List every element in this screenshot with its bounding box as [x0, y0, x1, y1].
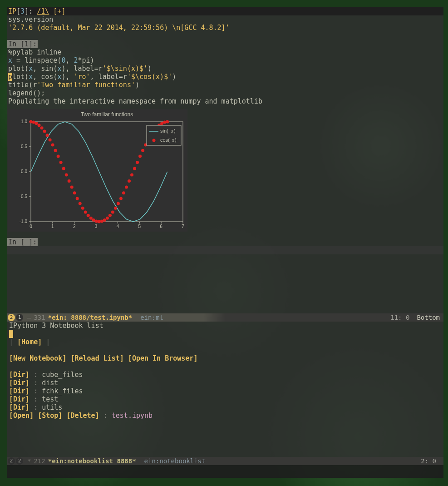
- stop-file-button[interactable]: [Stop]: [38, 412, 62, 420]
- svg-text:x: x: [172, 138, 175, 143]
- svg-point-49: [87, 214, 90, 217]
- svg-point-63: [125, 185, 128, 188]
- cell-1-output-text: Populating the interactive namespace fro…: [7, 97, 443, 105]
- cell-2-prompt[interactable]: In [ ]:: [7, 238, 443, 246]
- svg-point-68: [138, 155, 142, 158]
- open-file-button[interactable]: [Open]: [9, 412, 34, 420]
- svg-point-28: [30, 120, 33, 124]
- svg-point-55: [103, 218, 106, 222]
- svg-text:3: 3: [95, 224, 98, 229]
- major-mode-bottom: ein:notebooklist: [144, 457, 206, 465]
- svg-text:sin(: sin(: [160, 128, 168, 134]
- svg-point-44: [73, 191, 76, 194]
- cell-1-code[interactable]: %pylab inline x = linspace(0, 2*pi) plot…: [7, 48, 443, 97]
- editor-pane-top[interactable]: IP[3]: /1\ [+] sys.version '2.7.6 (defau…: [7, 7, 443, 313]
- svg-point-53: [98, 220, 101, 223]
- svg-point-61: [119, 197, 123, 200]
- buffer-name: *ein: 8888/test.ipynb*: [48, 313, 132, 322]
- svg-point-60: [117, 202, 120, 205]
- svg-point-40: [62, 167, 65, 170]
- dir-link[interactable]: [Dir]: [9, 395, 30, 403]
- minibuffer[interactable]: [7, 465, 443, 478]
- svg-text:-0.5: -0.5: [20, 194, 28, 199]
- svg-point-58: [111, 210, 114, 213]
- svg-point-65: [130, 173, 133, 176]
- badge-2c-icon: 2: [16, 457, 23, 465]
- svg-point-59: [114, 207, 117, 210]
- svg-point-37: [54, 149, 57, 152]
- svg-point-39: [59, 161, 63, 164]
- cell-2-input[interactable]: [7, 246, 443, 254]
- delete-file-button[interactable]: [Delete]: [66, 412, 99, 420]
- active-tab[interactable]: /1\: [37, 7, 49, 15]
- badge-2b-icon: 2: [8, 457, 15, 465]
- svg-text:cos(: cos(: [160, 137, 170, 143]
- svg-point-62: [122, 191, 125, 194]
- svg-point-54: [100, 220, 103, 223]
- add-tab-icon[interactable]: [+]: [53, 7, 65, 15]
- svg-point-52: [95, 220, 98, 223]
- tab-prefix: IP: [8, 7, 16, 15]
- modeline-top: 21 — 331 *ein: 8888/test.ipynb* ein:ml 1…: [7, 313, 443, 322]
- reload-list-button[interactable]: [Reload List]: [70, 354, 123, 362]
- svg-point-32: [40, 126, 44, 129]
- cursor: p: [8, 73, 12, 81]
- svg-point-43: [70, 185, 74, 188]
- cursor-position: 11: 0: [390, 313, 409, 322]
- svg-point-67: [136, 161, 139, 164]
- svg-point-30: [35, 122, 38, 125]
- svg-text:6: 6: [160, 224, 162, 229]
- svg-point-35: [49, 138, 52, 141]
- chart-output: Two familiar functions01234567-1.0-0.50.…: [8, 109, 187, 232]
- svg-point-50: [89, 217, 93, 220]
- notebook-file[interactable]: test.ipynb: [112, 412, 153, 420]
- modeline-bottom: 22 * 212 *ein:notebooklist 8888* ein:not…: [7, 457, 443, 465]
- svg-text:Two familiar functions: Two familiar functions: [81, 111, 133, 118]
- cursor-position-bottom: 2: 0: [421, 457, 436, 465]
- svg-point-46: [79, 202, 82, 205]
- svg-text:1.0: 1.0: [21, 119, 27, 124]
- open-in-browser-button[interactable]: [Open In Browser]: [128, 354, 198, 362]
- svg-point-31: [38, 124, 41, 127]
- editor-pane-bottom[interactable]: IPython 3 Notebook list | [Home] | [New …: [7, 322, 443, 457]
- svg-point-64: [128, 179, 131, 183]
- svg-point-56: [106, 217, 109, 220]
- svg-point-48: [84, 210, 87, 213]
- dir-link[interactable]: [Dir]: [9, 371, 30, 379]
- dir-link[interactable]: [Dir]: [9, 403, 30, 412]
- svg-point-36: [51, 144, 54, 147]
- badge-1-icon: 1: [16, 314, 23, 321]
- svg-text:0.5: 0.5: [21, 144, 27, 149]
- svg-text:0.0: 0.0: [21, 169, 27, 174]
- svg-text:): ): [175, 137, 177, 143]
- notebooklist-title: IPython 3 Notebook list: [9, 322, 443, 330]
- svg-point-84: [153, 139, 156, 142]
- buffer-name-bottom: *ein:notebooklist 8888*: [48, 457, 136, 465]
- dir-link[interactable]: [Dir]: [9, 387, 30, 395]
- cell-0-output: '2.7.6 (default, Mar 22 2014, 22:59:56) …: [7, 24, 443, 32]
- cell-0-input[interactable]: sys.version: [7, 15, 443, 24]
- svg-point-42: [68, 179, 71, 183]
- svg-point-41: [65, 173, 68, 176]
- svg-point-51: [92, 218, 95, 222]
- svg-point-38: [57, 155, 60, 158]
- cell-1-prompt: In [1]:: [7, 40, 443, 48]
- svg-point-77: [163, 120, 166, 124]
- svg-text:5: 5: [138, 224, 141, 229]
- svg-text:-1.0: -1.0: [20, 219, 28, 224]
- svg-point-34: [46, 134, 49, 137]
- svg-point-47: [81, 207, 84, 210]
- home-link[interactable]: [Home]: [17, 338, 42, 346]
- svg-point-29: [32, 120, 35, 124]
- svg-point-45: [76, 197, 79, 200]
- svg-text:7: 7: [182, 224, 184, 229]
- dir-link[interactable]: [Dir]: [9, 379, 30, 387]
- svg-point-33: [43, 130, 46, 133]
- cursor-bottom: [9, 330, 13, 338]
- svg-text:): ): [174, 128, 176, 134]
- scroll-position: Bottom: [417, 313, 440, 322]
- svg-point-78: [166, 120, 169, 124]
- svg-text:x: x: [171, 129, 174, 134]
- major-mode: ein:ml: [140, 313, 163, 322]
- new-notebook-button[interactable]: [New Notebook]: [9, 354, 66, 362]
